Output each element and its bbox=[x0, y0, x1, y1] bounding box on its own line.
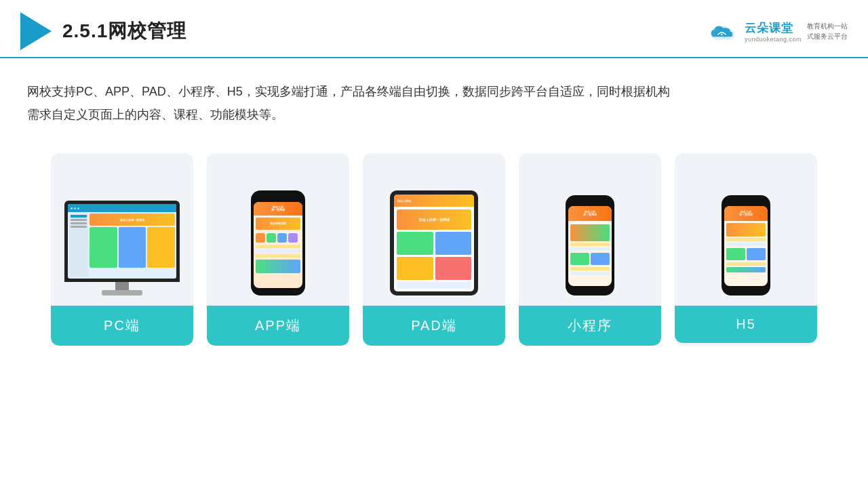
h5-phone-icon: 职达人的第一堂网课 bbox=[722, 195, 770, 296]
pc-card: 职达人的第一堂网课 bbox=[51, 153, 193, 346]
brand-name: 云朵课堂 yunduoketang.com bbox=[745, 20, 802, 43]
miniprogram-card: 职达人的第一堂网课 bbox=[519, 153, 661, 346]
header: 2.5.1网校管理 云朵课堂 yunduoketa bbox=[0, 0, 868, 58]
miniprogram-card-label: 小程序 bbox=[519, 306, 661, 346]
brand-tagline: 教育机构一站 式服务云平台 bbox=[807, 21, 848, 41]
miniprogram-image-area: 职达人的第一堂网课 bbox=[529, 167, 651, 296]
svg-point-3 bbox=[721, 34, 723, 36]
app-card: 职达人的第一堂网课 精品课程推荐 bbox=[207, 153, 349, 346]
pad-image-area: 职达人网校 职达人的第一堂网课 bbox=[373, 167, 495, 296]
header-left: 2.5.1网校管理 bbox=[20, 12, 186, 50]
app-phone-icon: 职达人的第一堂网课 精品课程推荐 bbox=[251, 190, 305, 296]
pad-card: 职达人网校 职达人的第一堂网课 bbox=[363, 153, 505, 346]
pad-card-label: PAD端 bbox=[363, 306, 505, 346]
pad-tablet-icon: 职达人网校 职达人的第一堂网课 bbox=[390, 190, 478, 296]
pc-image-area: 职达人的第一堂网课 bbox=[61, 167, 183, 296]
brand-url: yunduoketang.com bbox=[745, 36, 802, 43]
miniprogram-phone-icon: 职达人的第一堂网课 bbox=[566, 195, 614, 296]
brand-name-text: 云朵课堂 bbox=[745, 20, 802, 36]
brand-icon: 云朵课堂 yunduoketang.com bbox=[707, 20, 802, 43]
h5-card: 职达人的第一堂网课 bbox=[675, 153, 817, 346]
page-title: 2.5.1网校管理 bbox=[62, 18, 186, 44]
h5-image-area: 职达人的第一堂网课 bbox=[685, 167, 807, 296]
logo-triangle-icon bbox=[20, 12, 52, 50]
header-right: 云朵课堂 yunduoketang.com 教育机构一站 式服务云平台 bbox=[707, 20, 848, 43]
cloud-icon bbox=[707, 21, 741, 41]
brand-logo: 云朵课堂 yunduoketang.com bbox=[707, 20, 802, 43]
pc-monitor-icon: 职达人的第一堂网课 bbox=[64, 201, 180, 296]
cards-section: 职达人的第一堂网课 bbox=[0, 140, 868, 366]
description-text: 网校支持PC、APP、PAD、小程序、H5，实现多端打通，产品各终端自由切换，数… bbox=[0, 58, 746, 140]
description-paragraph: 网校支持PC、APP、PAD、小程序、H5，实现多端打通，产品各终端自由切换，数… bbox=[27, 80, 719, 126]
h5-card-label: H5 bbox=[675, 306, 817, 343]
app-card-label: APP端 bbox=[207, 306, 349, 346]
pc-card-label: PC端 bbox=[51, 306, 193, 346]
app-image-area: 职达人的第一堂网课 精品课程推荐 bbox=[217, 167, 339, 296]
